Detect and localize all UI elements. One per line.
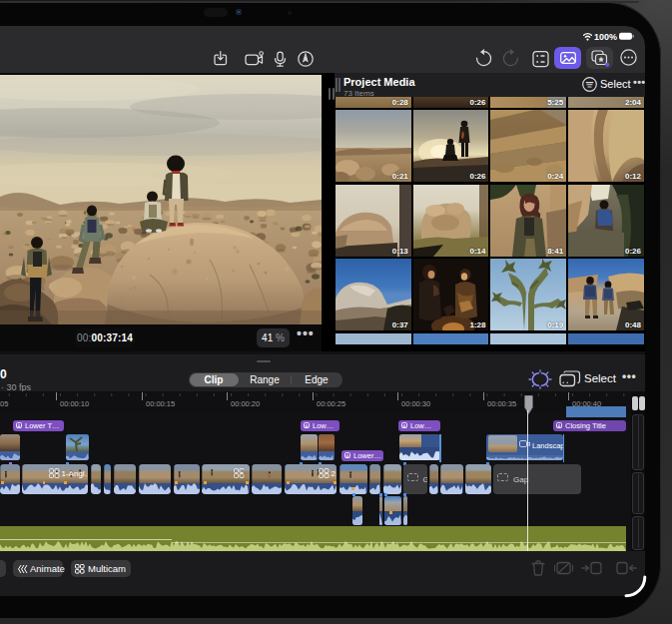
svg-text:00:00:15: 00:00:15 xyxy=(146,399,175,408)
svg-text:100%: 100% xyxy=(594,32,617,42)
svg-text:00:00:35: 00:00:35 xyxy=(487,399,516,408)
svg-text:00:00:25: 00:00:25 xyxy=(317,399,345,408)
svg-text:00:00:10: 00:00:10 xyxy=(60,399,89,408)
svg-text:00:00:30: 00:00:30 xyxy=(401,399,430,408)
svg-text:05: 05 xyxy=(0,399,8,408)
svg-text:00:00:20: 00:00:20 xyxy=(231,399,260,408)
svg-text:00:00:40: 00:00:40 xyxy=(572,399,601,408)
